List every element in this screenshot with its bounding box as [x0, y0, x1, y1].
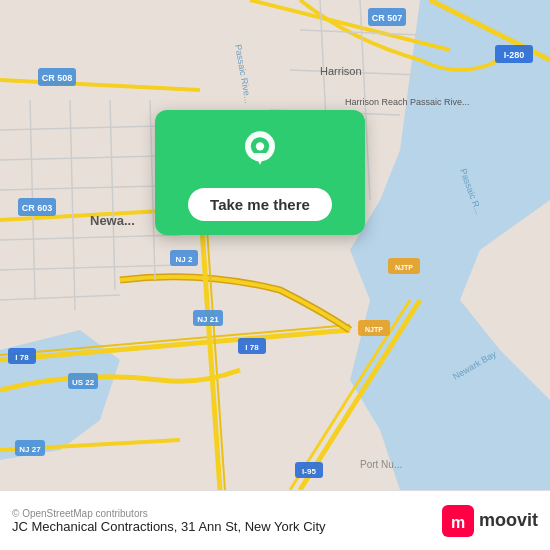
svg-text:Harrison: Harrison — [320, 65, 362, 77]
footer: © OpenStreetMap contributors JC Mechanic… — [0, 490, 550, 550]
moovit-logo-icon: m — [442, 505, 474, 537]
attribution-text: © OpenStreetMap contributors — [12, 508, 326, 519]
svg-text:I 78: I 78 — [15, 353, 29, 362]
svg-text:CR 603: CR 603 — [22, 203, 53, 213]
svg-text:US 22: US 22 — [72, 378, 95, 387]
svg-text:Harrison Reach Passaic Rive...: Harrison Reach Passaic Rive... — [345, 97, 470, 107]
moovit-brand-text: moovit — [479, 510, 538, 531]
take-me-there-button[interactable]: Take me there — [188, 188, 332, 221]
svg-text:NJ 21: NJ 21 — [197, 315, 219, 324]
svg-text:CR 507: CR 507 — [372, 13, 403, 23]
svg-text:NJ 2: NJ 2 — [176, 255, 193, 264]
svg-text:CR 508: CR 508 — [42, 73, 73, 83]
svg-text:Newa...: Newa... — [90, 213, 135, 228]
map-container: CR 507 I-280 CR 508 CR 603 NJ 2 NJ 21 I … — [0, 0, 550, 490]
footer-text-block: © OpenStreetMap contributors JC Mechanic… — [12, 508, 326, 534]
address-text: JC Mechanical Contractions, 31 Ann St, N… — [12, 519, 326, 534]
svg-text:m: m — [451, 514, 465, 531]
svg-text:I-95: I-95 — [302, 467, 316, 476]
pin-icon — [235, 128, 285, 178]
svg-text:Port Nu...: Port Nu... — [360, 459, 402, 470]
moovit-logo: m moovit — [442, 505, 538, 537]
svg-text:NJTP: NJTP — [365, 326, 383, 333]
svg-text:I-280: I-280 — [504, 50, 525, 60]
svg-text:NJTP: NJTP — [395, 264, 413, 271]
location-card: Take me there — [155, 110, 365, 235]
svg-point-64 — [256, 142, 264, 150]
svg-text:NJ 27: NJ 27 — [19, 445, 41, 454]
svg-text:I 78: I 78 — [245, 343, 259, 352]
